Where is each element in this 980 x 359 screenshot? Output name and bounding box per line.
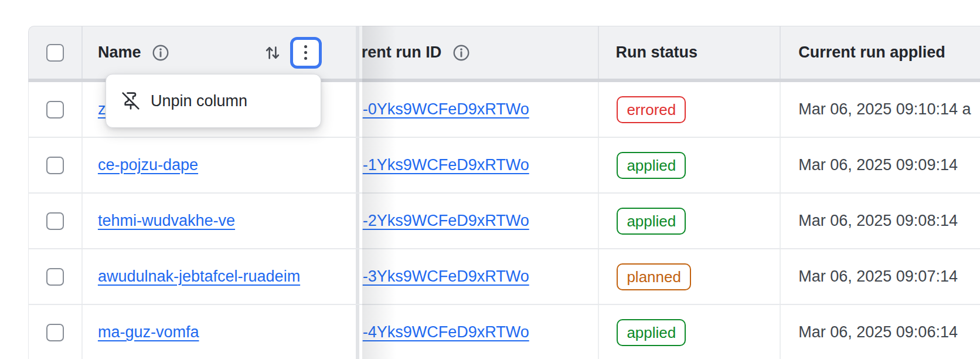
current-run-applied-timestamp: Mar 06, 2025 09:08:14 <box>798 212 958 230</box>
row-select-cell <box>29 194 83 248</box>
header-name-cell: Name <box>83 26 359 79</box>
column-header-run-id: rent run ID <box>362 43 442 62</box>
row-checkbox[interactable] <box>46 212 64 230</box>
run-id-link[interactable]: -4Yks9WCFeD9xRTWo <box>363 323 529 341</box>
row-run-id-cell: -1Yks9WCFeD9xRTWo <box>359 138 600 192</box>
row-run-id-cell: -3Yks9WCFeD9xRTWo <box>359 249 600 304</box>
row-run-status-cell: applied <box>599 305 781 359</box>
run-id-link[interactable]: -3Yks9WCFeD9xRTWo <box>363 267 529 286</box>
header-run-id-cell: rent run ID <box>359 26 600 79</box>
run-id-link[interactable]: -1Yks9WCFeD9xRTWo <box>363 156 529 174</box>
row-name-cell: ma-guz-vomfa <box>83 305 359 359</box>
row-select-cell <box>29 138 83 192</box>
row-select-cell <box>29 249 83 304</box>
current-run-applied-timestamp: Mar 06, 2025 09:07:14 <box>798 267 958 286</box>
info-icon[interactable] <box>452 43 471 62</box>
menu-item-label: Unpin column <box>151 92 247 110</box>
row-checkbox[interactable] <box>46 157 64 174</box>
row-run-id-cell: -2Yks9WCFeD9xRTWo <box>359 194 600 248</box>
run-status-badge: applied <box>617 152 686 179</box>
current-run-applied-timestamp: Mar 06, 2025 09:10:14 a <box>798 100 971 118</box>
row-current-run-applied-cell: Mar 06, 2025 09:07:14 <box>781 249 980 304</box>
column-menu-dropdown: Unpin column <box>106 74 321 128</box>
row-select-cell <box>29 82 83 137</box>
row-run-status-cell: applied <box>599 138 781 192</box>
header-run-status-cell: Run status <box>599 26 781 79</box>
run-id-link[interactable]: -2Yks9WCFeD9xRTWo <box>363 212 529 230</box>
row-checkbox[interactable] <box>46 101 64 118</box>
current-run-applied-timestamp: Mar 06, 2025 09:06:14 <box>798 323 958 341</box>
row-run-id-cell: -4Yks9WCFeD9xRTWo <box>359 305 600 359</box>
row-current-run-applied-cell: Mar 06, 2025 09:08:14 <box>781 194 980 248</box>
run-status-badge: errored <box>617 96 686 123</box>
run-status-badge: applied <box>617 319 686 346</box>
row-run-status-cell: applied <box>599 194 781 248</box>
row-run-id-cell: -0Yks9WCFeD9xRTWo <box>359 82 600 137</box>
column-header-run-status: Run status <box>615 43 697 62</box>
workspace-name-link[interactable]: ma-guz-vomfa <box>98 323 199 341</box>
column-header-name: Name <box>98 43 141 62</box>
run-id-link[interactable]: -0Yks9WCFeD9xRTWo <box>363 100 529 118</box>
menu-item-unpin-column[interactable]: Unpin column <box>106 74 321 127</box>
row-checkbox[interactable] <box>46 268 64 286</box>
table-row: tehmi-wudvakhe-ve -2Yks9WCFeD9xRTWo appl… <box>29 194 980 249</box>
info-icon[interactable] <box>151 43 170 62</box>
header-current-run-applied-cell: Current run applied <box>781 26 980 79</box>
run-status-badge: planned <box>617 263 691 290</box>
workspace-name-link[interactable]: z <box>98 100 106 118</box>
row-name-cell: tehmi-wudvakhe-ve <box>83 194 359 248</box>
row-checkbox[interactable] <box>46 324 64 341</box>
row-run-status-cell: planned <box>599 249 781 304</box>
workspace-name-link[interactable]: awudulnak-jebtafcel-ruadeim <box>98 267 300 286</box>
row-name-cell: ce-pojzu-dape <box>83 138 359 192</box>
column-menu-button[interactable] <box>290 37 322 69</box>
column-header-current-run-applied: Current run applied <box>798 43 945 62</box>
table-row: ma-guz-vomfa -4Yks9WCFeD9xRTWo applied M… <box>29 305 980 359</box>
row-current-run-applied-cell: Mar 06, 2025 09:09:14 <box>781 138 980 192</box>
row-current-run-applied-cell: Mar 06, 2025 09:10:14 a <box>781 82 980 137</box>
table-row: ce-pojzu-dape -1Yks9WCFeD9xRTWo applied … <box>29 138 980 194</box>
kebab-dot <box>304 57 307 60</box>
kebab-dot <box>304 45 307 48</box>
sort-icon[interactable] <box>263 43 282 63</box>
workspace-name-link[interactable]: tehmi-wudvakhe-ve <box>98 212 235 230</box>
kebab-dot <box>304 51 307 54</box>
row-select-cell <box>29 305 83 359</box>
row-current-run-applied-cell: Mar 06, 2025 09:06:14 <box>781 305 980 359</box>
workspace-name-link[interactable]: ce-pojzu-dape <box>98 156 198 174</box>
unpin-icon <box>121 92 140 110</box>
current-run-applied-timestamp: Mar 06, 2025 09:09:14 <box>798 156 958 174</box>
select-all-checkbox[interactable] <box>46 44 64 62</box>
header-select-cell <box>29 26 83 79</box>
run-status-badge: applied <box>617 208 686 235</box>
row-run-status-cell: errored <box>599 82 781 137</box>
table-row: awudulnak-jebtafcel-ruadeim -3Yks9WCFeD9… <box>29 249 980 305</box>
row-name-cell: awudulnak-jebtafcel-ruadeim <box>83 249 359 304</box>
